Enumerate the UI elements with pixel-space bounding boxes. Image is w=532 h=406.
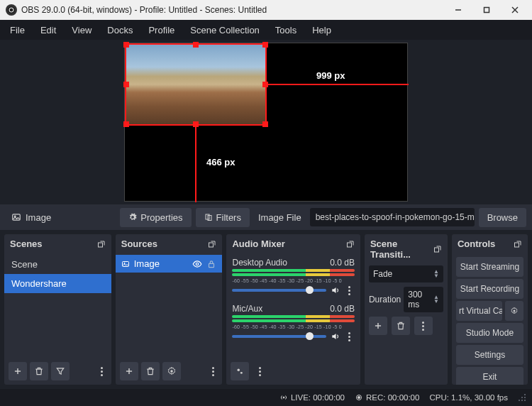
- start-streaming-button[interactable]: Start Streaming: [456, 257, 523, 277]
- gear-icon: [128, 213, 137, 221]
- lock-icon[interactable]: [206, 259, 216, 269]
- browse-button[interactable]: Browse: [479, 208, 526, 227]
- menu-edit[interactable]: Edit: [33, 22, 63, 38]
- sources-list: Image: [116, 253, 223, 358]
- volume-slider[interactable]: [232, 289, 326, 292]
- transition-select[interactable]: Fade ▲▼: [369, 265, 443, 282]
- menu-tools[interactable]: Tools: [268, 22, 304, 38]
- sources-more-button[interactable]: [208, 367, 218, 376]
- slider-knob[interactable]: [306, 332, 314, 340]
- studio-mode-button[interactable]: Studio Mode: [456, 323, 523, 343]
- mixer-settings-button[interactable]: [231, 362, 249, 380]
- level-meter: [232, 269, 354, 272]
- preview-canvas[interactable]: 999 px 466 px: [124, 43, 408, 202]
- delete-scene-button[interactable]: [30, 362, 48, 380]
- filters-label: Filters: [216, 212, 241, 223]
- delete-transition-button[interactable]: [392, 317, 410, 335]
- meter-ticks: -60 -55 -50 -45 -40 -35 -30 -25 -20 -15 …: [232, 324, 354, 329]
- mixer-title: Audio Mixer: [232, 238, 284, 249]
- minimize-button[interactable]: [444, 1, 472, 18]
- image-icon: [121, 260, 130, 268]
- window-title: OBS 29.0.0 (64-bit, windows) - Profile: …: [21, 5, 267, 15]
- scene-item[interactable]: Scene: [4, 255, 111, 274]
- speaker-icon[interactable]: [331, 285, 340, 295]
- resize-handle-ne[interactable]: [262, 42, 268, 48]
- sources-panel: Sources Image: [116, 234, 223, 385]
- live-text: LIVE: 00:00:00: [291, 393, 345, 402]
- duration-input[interactable]: 300 ms ▲▼: [404, 287, 443, 312]
- delete-source-button[interactable]: [141, 362, 160, 380]
- scene-filter-button[interactable]: [51, 362, 70, 380]
- settings-button[interactable]: Settings: [456, 345, 523, 365]
- exit-button[interactable]: Exit: [456, 367, 523, 385]
- undock-icon[interactable]: [208, 240, 216, 248]
- scenes-more-button[interactable]: [97, 367, 107, 376]
- speaker-icon[interactable]: [331, 331, 340, 341]
- filters-button[interactable]: Filters: [196, 208, 250, 227]
- mixer-more-button[interactable]: [255, 367, 265, 376]
- menu-file[interactable]: File: [3, 22, 32, 38]
- svg-point-37: [524, 400, 526, 401]
- duration-value: 300 ms: [408, 290, 433, 309]
- rec-status: REC: 00:00:00: [355, 393, 419, 402]
- select-stepper[interactable]: ▲▼: [433, 270, 439, 278]
- svg-rect-10: [98, 243, 102, 247]
- undock-icon[interactable]: [97, 240, 106, 248]
- close-button[interactable]: [501, 1, 529, 18]
- channel-more-button[interactable]: [345, 332, 355, 341]
- scenes-panel-head: Scenes: [4, 234, 111, 253]
- cpu-text: CPU: 1.1%, 30.00 fps: [429, 393, 508, 402]
- undock-icon[interactable]: [433, 245, 442, 253]
- menu-scene-collection[interactable]: Scene Collection: [183, 22, 267, 38]
- svg-rect-3: [484, 8, 489, 13]
- duration-stepper[interactable]: ▲▼: [433, 295, 439, 304]
- source-properties-button[interactable]: [162, 362, 181, 380]
- transition-more-button[interactable]: [414, 317, 433, 335]
- duration-label: Duration: [369, 295, 401, 304]
- resize-handle-w[interactable]: [123, 82, 129, 87]
- menu-view[interactable]: View: [65, 22, 99, 38]
- slider-knob[interactable]: [306, 286, 314, 294]
- resize-handle-sw[interactable]: [123, 121, 129, 127]
- resize-handle-nw[interactable]: [123, 42, 129, 48]
- resize-handle-n[interactable]: [193, 42, 199, 48]
- resize-grip-icon[interactable]: [518, 393, 526, 402]
- add-source-button[interactable]: [120, 362, 138, 380]
- transitions-title: Scene Transiti...: [370, 238, 433, 260]
- start-recording-button[interactable]: Start Recording: [456, 279, 523, 299]
- virtual-cam-settings-button[interactable]: [505, 301, 523, 321]
- channel-more-button[interactable]: [345, 286, 355, 295]
- maximize-button[interactable]: [472, 1, 501, 18]
- add-scene-button[interactable]: [9, 362, 27, 380]
- undock-icon[interactable]: [514, 240, 522, 248]
- transition-value: Fade: [373, 269, 392, 279]
- scenes-footer: [4, 358, 111, 385]
- source-toolbar: Image Properties Filters Image File best…: [0, 204, 532, 230]
- scene-item-selected[interactable]: Wondershare: [4, 274, 111, 293]
- sources-footer: [116, 358, 223, 385]
- selected-source-bounds[interactable]: [125, 43, 267, 126]
- width-guide-line: [267, 84, 409, 85]
- svg-point-34: [524, 397, 526, 398]
- svg-point-28: [514, 310, 516, 312]
- volume-slider[interactable]: [232, 335, 326, 338]
- svg-point-20: [170, 370, 173, 373]
- menu-help[interactable]: Help: [305, 22, 338, 38]
- virtual-cam-button[interactable]: rt Virtual Cam: [456, 301, 502, 321]
- preview-area[interactable]: 999 px 466 px: [0, 40, 532, 204]
- properties-button[interactable]: Properties: [120, 208, 191, 227]
- svg-rect-6: [13, 214, 21, 220]
- eye-icon[interactable]: [192, 259, 202, 269]
- width-label: 999 px: [316, 70, 345, 81]
- resize-handle-se[interactable]: [262, 121, 268, 127]
- image-file-input[interactable]: best-places-to-spoof-in-pokemon-go-15-mi…: [310, 208, 475, 226]
- menu-docks[interactable]: Docks: [100, 22, 140, 38]
- image-icon: [11, 212, 21, 222]
- controls-panel: Controls Start Streaming Start Recording…: [452, 234, 528, 385]
- cpu-status: CPU: 1.1%, 30.00 fps: [429, 393, 508, 402]
- undock-icon[interactable]: [346, 240, 355, 248]
- source-item-selected[interactable]: Image: [116, 255, 223, 273]
- menu-profile[interactable]: Profile: [141, 22, 182, 38]
- add-transition-button[interactable]: [369, 317, 387, 335]
- window-titlebar: OBS 29.0.0 (64-bit, windows) - Profile: …: [0, 0, 532, 20]
